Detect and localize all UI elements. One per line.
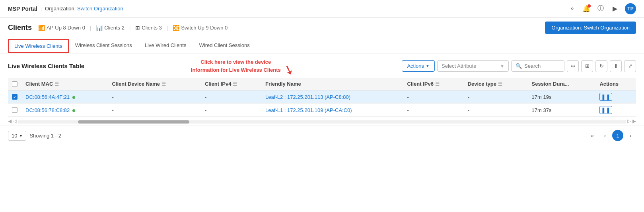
type-filter-icon[interactable]: ☰ [498, 81, 502, 87]
org-switch-button[interactable]: Organization: Switch Organization [545, 22, 636, 34]
page-size-select[interactable]: 10 ▼ [8, 131, 26, 141]
refresh-icon-btn[interactable]: ↻ [595, 60, 607, 72]
row2-expand-icon[interactable]: ❚❚ [599, 106, 612, 114]
actions-button[interactable]: Actions ▼ [402, 60, 435, 72]
clients-bar-label: Clients 2 [104, 25, 125, 31]
table-head: Client MAC ☰ Client Device Name ☰ Client… [8, 78, 636, 90]
row2-actions[interactable]: ❚❚ [595, 104, 636, 117]
ipv4-filter-icon[interactable]: ☰ [233, 81, 237, 87]
row1-mac-link[interactable]: DC:08:56:4A:4F:21 [25, 94, 70, 100]
horizontal-scrollbar[interactable] [18, 120, 626, 124]
select-attr-chevron-icon: ▼ [500, 64, 504, 69]
row1-actions[interactable]: ❚❚ [595, 90, 636, 104]
scroll-left-icon[interactable]: ◀ [8, 118, 12, 124]
switch-stat[interactable]: 🔀 Switch Up 9 Down 0 [173, 25, 228, 31]
tabs-bar: Live Wireless Clients Wireless Client Se… [0, 38, 644, 53]
row1-online-indicator [72, 96, 75, 99]
row1-mac: DC:08:56:4A:4F:21 [21, 90, 108, 104]
th-device: Client Device Name ☰ [108, 78, 201, 90]
sep3: | [167, 25, 168, 31]
row2-device: - [108, 104, 201, 117]
header-stats: 📶 AP Up 8 Down 0 | 📊 Clients 2 | ⊞ Clien… [38, 25, 228, 31]
tab-live-wired[interactable]: Live Wired Clients [138, 38, 193, 53]
brand-label: MSP Portal [8, 6, 37, 12]
notification-icon[interactable]: 🔔 [582, 4, 591, 13]
tab-live-wireless[interactable]: Live Wireless Clients [8, 39, 69, 53]
row2-checkbox-cell[interactable] [8, 104, 21, 117]
wifi-icon: 📶 [38, 25, 45, 31]
clients-grid-stat[interactable]: ⊞ Clients 3 [135, 25, 162, 31]
th-ipv6: Client IPv6 ☰ [403, 78, 463, 90]
red-arrow-icon: ➘ [281, 61, 296, 79]
next-page-btn[interactable]: › [625, 130, 636, 141]
ap-stat[interactable]: 📶 AP Up 8 Down 0 [38, 25, 85, 31]
row1-ipv4: - [201, 90, 261, 104]
columns-icon-btn[interactable]: ⊞ [581, 60, 593, 72]
search-nav-icon[interactable]: ⚬ [568, 4, 576, 13]
th-session: Session Dura... [528, 78, 596, 90]
header-left: Clients 📶 AP Up 8 Down 0 | 📊 Clients 2 |… [8, 24, 228, 32]
sep1: | [90, 25, 91, 31]
clients-table: Client MAC ☰ Client Device Name ☰ Client… [8, 78, 636, 117]
table-scroll-area[interactable]: Client MAC ☰ Client Device Name ☰ Client… [8, 78, 636, 117]
org-switch-link[interactable]: Switch Organization [77, 6, 123, 12]
ap-up: Up 8 [55, 25, 66, 31]
table-section: Live Wireless Clients Table Click here t… [0, 53, 644, 124]
nav-right: ⚬ 🔔 ⓘ ▶ TP [568, 3, 636, 14]
scrollbar-thumb[interactable] [78, 120, 189, 124]
expand-view-icon: ⤢ [628, 63, 632, 69]
row2-ipv6: - [403, 104, 463, 117]
help-icon[interactable]: ⓘ [596, 4, 605, 13]
switch-label: Switch Up 9 Down 0 [181, 25, 228, 31]
device-filter-icon[interactable]: ☰ [161, 81, 166, 87]
th-friendly: Friendly Name [261, 78, 403, 90]
forward-icon[interactable]: ▶ [611, 4, 619, 13]
select-attribute-dropdown[interactable]: Select Attribute ▼ [437, 60, 509, 72]
th-select [8, 78, 21, 90]
row1-device: - [108, 90, 201, 104]
row1-ipv6: - [403, 90, 463, 104]
expand-icon-btn[interactable]: ⤢ [624, 60, 636, 72]
row1-type: - [464, 90, 528, 104]
th-ipv4: Client IPv4 ☰ [201, 78, 261, 90]
prev-first-page-btn[interactable]: « [587, 130, 598, 141]
select-all-checkbox[interactable] [12, 81, 18, 87]
collapse-icon-btn[interactable]: ⇹ [567, 60, 579, 72]
row2-mac-link[interactable]: DC:08:56:78:C8:82 [25, 107, 70, 113]
row1-session: 17m 19s [528, 90, 596, 104]
row1-friendly: Leaf-L2 : 172.25.201.113 (AP-C8:80) [261, 90, 403, 104]
row1-checkbox-cell[interactable]: ✓ [8, 90, 21, 104]
user-avatar[interactable]: TP [625, 3, 636, 14]
row2-session: 17m 37s [528, 104, 596, 117]
ap-label: AP [47, 25, 53, 31]
row1-checkbox[interactable]: ✓ [12, 94, 18, 100]
page-header: Clients 📶 AP Up 8 Down 0 | 📊 Clients 2 |… [0, 18, 644, 38]
search-icon: 🔍 [516, 63, 522, 69]
mac-filter-icon[interactable]: ☰ [54, 81, 59, 87]
th-type: Device type ☰ [464, 78, 528, 90]
tab-wireless-sessions[interactable]: Wireless Client Sessions [69, 38, 138, 53]
tab-wired-sessions[interactable]: Wired Client Sessions [193, 38, 256, 53]
clients-bar-stat[interactable]: 📊 Clients 2 [96, 25, 125, 31]
showing-text: Showing 1 - 2 [29, 133, 61, 139]
notification-badge [588, 4, 591, 8]
row1-friendly-link[interactable]: Leaf-L2 : 172.25.201.113 (AP-C8:80) [265, 94, 350, 100]
grid-icon: ⊞ [135, 25, 140, 31]
row2-checkbox[interactable] [12, 107, 18, 113]
page-1-btn[interactable]: 1 [612, 130, 623, 141]
scroll-nav-area: ◀ ◁ ▷ ▶ [8, 118, 636, 124]
prev-page-btn[interactable]: ‹ [599, 130, 611, 141]
search-input[interactable] [524, 63, 560, 69]
scroll-right-step-icon[interactable]: ▷ [627, 118, 631, 124]
search-box: 🔍 [511, 60, 564, 72]
checkmark-icon: ✓ [13, 95, 16, 99]
export-icon-btn[interactable]: ⬆ [610, 60, 622, 72]
row1-expand-icon[interactable]: ❚❚ [599, 93, 612, 101]
ap-down: Down 0 [68, 25, 85, 31]
ipv6-filter-icon[interactable]: ☰ [435, 81, 440, 87]
columns-icon: ⊞ [585, 63, 590, 69]
scroll-left-step-icon[interactable]: ◁ [13, 118, 17, 124]
row2-friendly-link[interactable]: Leaf-L1 : 172.25.201.109 (AP-CA:C0) [265, 107, 352, 113]
fit-columns-icon: ⇹ [571, 63, 575, 69]
scroll-right-icon[interactable]: ▶ [632, 118, 636, 124]
